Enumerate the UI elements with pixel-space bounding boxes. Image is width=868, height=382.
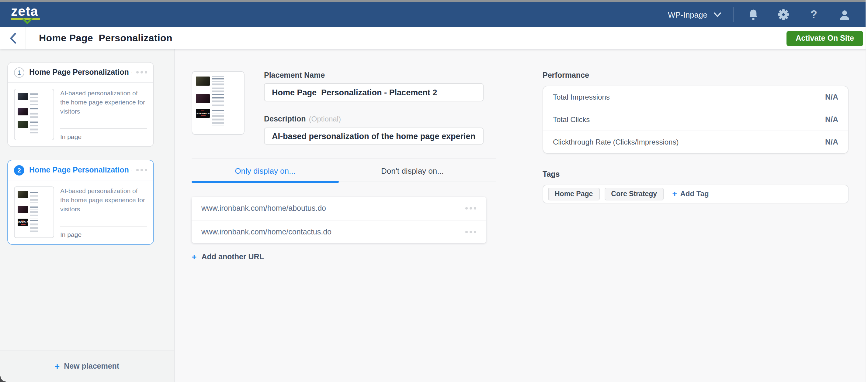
add-tag-label: Add Tag [680,189,709,198]
add-tag-button[interactable]: + Add Tag [672,189,709,198]
placement-number-badge: 2 [14,165,24,175]
placements-sidebar: 1 Home Page Personalization - Place... A… [0,49,175,382]
metric-label: Total Impressions [553,93,610,102]
help-icon[interactable]: ? [799,2,829,27]
chevron-down-icon [713,12,721,17]
url-row: www.ironbank.com/home/aboutus.do [192,197,486,220]
display-rules-tabs: Only display on... Don't display on... [192,159,496,182]
placement-card-1[interactable]: 1 Home Page Personalization - Place... A… [7,62,154,147]
divider [60,226,147,227]
activate-on-site-button[interactable]: Activate On Site [786,31,863,46]
more-options-icon[interactable] [136,169,147,171]
metric-row: Clickthrough Rate (Clicks/Impressions) N… [543,131,848,153]
url-list: www.ironbank.com/home/aboutus.do www.iro… [192,197,486,243]
back-button[interactable] [0,27,26,49]
metric-label: Total Clicks [553,116,590,124]
metric-value: N/A [825,116,838,124]
plus-icon: + [672,189,677,198]
navbar-actions: WP-Inpage [668,2,860,27]
workspace-name: WP-Inpage [668,10,707,19]
account-avatar-icon[interactable] [829,2,860,27]
zeta-logo-text: zeta [11,5,40,17]
placement-card-header: 1 Home Page Personalization - Place... [8,63,153,82]
placement-thumbnail: ASSEMBLED [14,186,54,238]
active-tab-underline [192,181,339,183]
placement-type: In page [60,231,147,238]
app-window: zeta WP-Inpage [0,0,868,382]
description-input[interactable] [264,128,484,144]
tab-only-display-on[interactable]: Only display on... [192,159,339,182]
metric-value: N/A [825,93,838,102]
settings-gear-icon[interactable] [768,2,799,27]
thumb-image [18,93,28,100]
url-row: www.ironbank.com/home/contactus.do [192,220,486,243]
placement-preview-thumbnail: ASSEMBLED [192,71,245,135]
description-optional-hint: (Optional) [309,115,341,123]
zeta-logo-check-icon [11,18,40,24]
url-text: www.ironbank.com/home/aboutus.do [202,204,326,213]
placement-title: Home Page Personalization - Place... [29,68,131,76]
chevron-left-icon [9,33,16,44]
plus-icon: + [55,362,60,371]
content-area: 1 Home Page Personalization - Place... A… [0,49,868,382]
window-corner [0,376,6,382]
thumb-image-assembled: ASSEMBLED [18,219,28,226]
page-scrollbar-track[interactable] [866,0,868,382]
thumb-image [196,76,210,85]
thumb-image-assembled: ASSEMBLED [196,109,210,118]
zeta-logo[interactable]: zeta [11,5,40,24]
metric-label: Clickthrough Rate (Clicks/Impressions) [553,138,679,146]
add-another-url-label: Add another URL [202,253,264,261]
thumb-image [18,108,28,115]
page-header: Home Page Personalization Activate On Si… [0,27,868,49]
tags-card: Home Page Core Strategy + Add Tag [542,184,848,203]
thumb-image [18,121,28,128]
placement-card-body: ASSEMBLED AI-based personalization of th… [8,180,153,244]
tab-dont-display-on[interactable]: Don't display on... [339,159,486,182]
thumb-image [196,94,210,103]
placement-title: Home Page Personalization - Placem... [29,166,131,174]
performance-title: Performance [542,71,848,79]
metric-row: Total Impressions N/A [543,86,848,108]
placement-description: AI-based personalization of the home pag… [60,89,147,116]
tag-chip[interactable]: Core Strategy [604,187,663,200]
top-navbar: zeta WP-Inpage [0,2,868,27]
placement-type: In page [60,133,147,140]
more-options-icon[interactable] [465,207,476,210]
placement-card-2[interactable]: 2 Home Page Personalization - Placem... … [7,160,154,245]
placement-thumbnail [14,89,54,140]
url-text: www.ironbank.com/home/contactus.do [202,228,332,236]
placement-detail-panel: ASSEMBLED Placement Name Description(Opt… [175,49,496,382]
performance-panel: Performance Total Impressions N/A Total … [542,49,848,382]
metric-value: N/A [825,138,838,146]
placement-name-input[interactable] [264,83,484,101]
metric-row: Total Clicks N/A [543,108,848,131]
performance-card: Total Impressions N/A Total Clicks N/A C… [542,85,848,153]
plus-icon: + [192,253,196,261]
description-label: Description [264,115,306,123]
workspace-dropdown[interactable]: WP-Inpage [668,10,721,19]
tags-title: Tags [542,170,848,178]
thumb-image [18,206,28,213]
more-options-icon[interactable] [465,231,476,233]
new-placement-label: New placement [64,362,119,371]
placement-list: 1 Home Page Personalization - Place... A… [0,49,174,350]
page-title: Home Page Personalization [39,33,173,44]
tag-chip[interactable]: Home Page [548,187,599,200]
add-another-url-button[interactable]: + Add another URL [192,253,264,261]
placement-card-body: AI-based personalization of the home pag… [8,82,153,146]
placement-name-label: Placement Name [264,71,484,79]
divider [60,128,147,129]
notifications-bell-icon[interactable] [738,2,768,27]
placement-number-badge: 1 [14,67,24,77]
placement-card-header: 2 Home Page Personalization - Placem... [8,160,153,180]
new-placement-button[interactable]: + New placement [0,350,174,382]
more-options-icon[interactable] [136,71,147,73]
thumb-image [18,191,28,198]
placement-description: AI-based personalization of the home pag… [60,186,147,214]
navbar-divider [734,7,734,22]
